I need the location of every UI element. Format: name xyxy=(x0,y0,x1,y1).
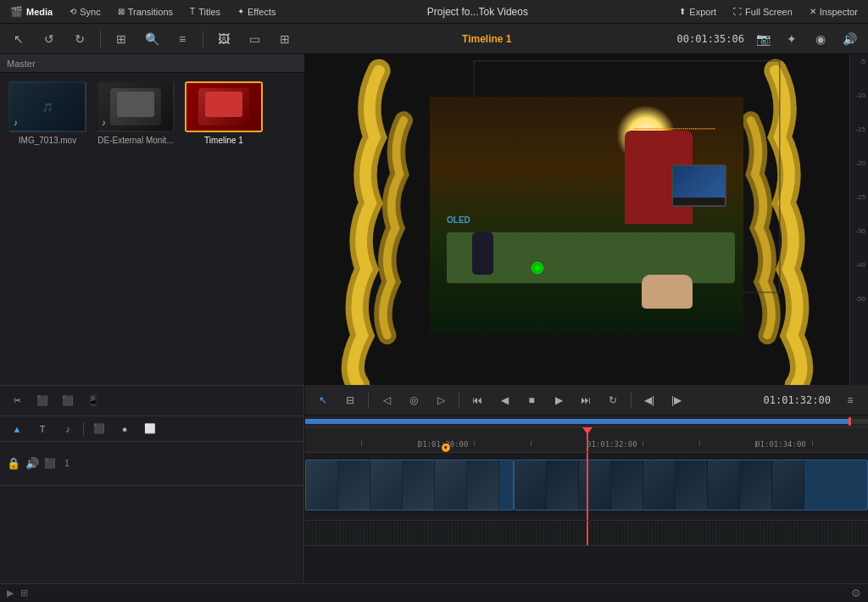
audio-track-header: 🔒 🔊 ⬛ 1 xyxy=(0,442,303,486)
inspector-label: Inspector xyxy=(820,7,858,17)
tl-go-start[interactable]: ⏮ xyxy=(466,389,488,411)
tl-next-marker[interactable]: ▷ xyxy=(430,389,452,411)
tl-prev-edit[interactable]: ◀| xyxy=(638,389,660,411)
toolbar-sparkle-icon[interactable]: ✦ xyxy=(780,27,804,51)
right-panel: ●●●●●●●●●●●●●●●●●●●●●●●●●●●●●●●●●●●●●●●●… xyxy=(305,54,868,602)
current-timecode: 00:01:35:06 xyxy=(677,33,744,45)
media-label-0: IMG_7013.mov xyxy=(19,136,76,145)
menu-effects[interactable]: ✦ Effects xyxy=(234,5,279,19)
ruler-ticks xyxy=(305,427,868,452)
right-ruler: -5 -10 -15 -20 -25 -30 -40 -50 xyxy=(849,54,868,385)
tl-prev-marker[interactable]: ◁ xyxy=(376,389,398,411)
video-clip-2[interactable] xyxy=(514,460,868,510)
frame13 xyxy=(708,460,740,510)
tl-arrow-tool[interactable]: ↖ xyxy=(312,389,334,411)
toolbar-undo[interactable]: ↺ xyxy=(37,27,61,51)
tick4 xyxy=(531,441,531,446)
lb-monitor[interactable]: ⬛ xyxy=(32,391,53,411)
btn-inspector[interactable]: ✕ Inspector xyxy=(806,5,861,19)
menu-sync[interactable]: ⟲ Sync xyxy=(66,5,103,19)
lb-scissors[interactable]: ✂ xyxy=(7,391,27,411)
toolbar-clip[interactable]: ▭ xyxy=(242,27,266,51)
track-num-label: 1 xyxy=(61,459,73,468)
lb-square[interactable]: ⬜ xyxy=(140,419,160,439)
toolbar-multicam[interactable]: ⊞ xyxy=(273,27,297,51)
menu-transitions[interactable]: ⊠ Transitions xyxy=(114,5,176,19)
track-playhead xyxy=(587,453,588,520)
lb-monitor2[interactable]: ⬛ xyxy=(58,391,78,411)
toolbar-sort[interactable]: ≡ xyxy=(170,27,194,51)
btn-fullscreen[interactable]: ⛶ Full Screen xyxy=(730,5,796,19)
tl-sliders-tool[interactable]: ⊟ xyxy=(339,389,361,411)
tl-loop[interactable]: ↻ xyxy=(602,389,624,411)
frame5 xyxy=(435,460,467,510)
tick6 xyxy=(643,441,643,446)
tl-stop[interactable]: ■ xyxy=(520,389,542,411)
scrub-progress xyxy=(305,419,868,424)
monitor-screen xyxy=(673,166,725,198)
scrub-playhead xyxy=(849,417,851,426)
media-item-1[interactable]: ♪ DE-External Monit... xyxy=(97,81,175,145)
tick3 xyxy=(474,441,475,446)
menu-titles[interactable]: T Titles xyxy=(186,5,224,19)
frame10 xyxy=(611,460,643,510)
toolbar-redo[interactable]: ↺ xyxy=(68,27,92,51)
lb-audio-tool[interactable]: ♪ xyxy=(58,419,78,439)
media-item-0[interactable]: 🎵 ♪ IMG_7013.mov xyxy=(8,81,86,145)
ruler-tick-40: -40 xyxy=(850,261,868,295)
ruler-tick-25: -25 xyxy=(850,193,868,227)
tl-prev-frame[interactable]: ◀ xyxy=(493,389,515,411)
scrub-bar[interactable] xyxy=(305,415,868,427)
toolbar-pointer[interactable]: ↖ xyxy=(7,27,31,51)
tl-marker-center[interactable]: ◎ xyxy=(403,389,425,411)
toolbar-grid[interactable]: ⊞ xyxy=(109,27,133,51)
frame3 xyxy=(370,460,403,510)
media-thumb-2 xyxy=(185,81,263,132)
gear-btn[interactable]: ⚙ xyxy=(851,587,861,599)
main-area: Master 🎵 ♪ IMG_7013.mov xyxy=(0,54,868,602)
lb-trim-tool[interactable]: T xyxy=(32,419,53,439)
lb-select-tool[interactable]: ▲ xyxy=(7,419,27,439)
media-music-icon-0: ♪ xyxy=(14,118,18,127)
menu-sync-label: Sync xyxy=(80,7,100,17)
ruler-tick-15: -15 xyxy=(850,125,868,159)
menu-media[interactable]: 🎬 Media xyxy=(7,4,56,20)
tl-play[interactable]: ▶ xyxy=(548,389,570,411)
left-bottom-panel: ✂ ⬛ ⬛ 📱 ▲ T ♪ ⬛ ● ⬜ 🔒 xyxy=(0,385,304,602)
toolbar-sep1 xyxy=(100,31,101,47)
timeline-ruler: 01:01:30:00 ▼ 01:01:32:00 01:01:34:00 xyxy=(305,427,868,453)
media-header-label: Master xyxy=(7,59,36,69)
top-menu-bar: 🎬 Media ⟲ Sync ⊠ Transitions T Titles ✦ … xyxy=(0,0,868,24)
toolbar-camera-icon[interactable]: 📷 xyxy=(751,27,775,51)
media-item-2[interactable]: Timeline 1 xyxy=(185,81,263,145)
toolbar-color-icon[interactable]: ◉ xyxy=(809,27,832,51)
track-mute-btn[interactable]: ⬛ xyxy=(44,458,56,469)
top-bar-right: ⬆ Export ⛶ Full Screen ✕ Inspector xyxy=(676,5,861,19)
frame15 xyxy=(772,460,804,510)
toolbar-right-icons: 📷 ✦ ◉ 🔊 xyxy=(751,27,861,51)
toolbar-img[interactable]: 🖼 xyxy=(212,27,236,51)
preview-area: ●●●●●●●●●●●●●●●●●●●●●●●●●●●●●●●●●●●●●●●●… xyxy=(305,54,868,385)
tl-next-edit[interactable]: |▶ xyxy=(665,389,687,411)
frame12 xyxy=(676,460,708,510)
video-clip-1[interactable] xyxy=(305,460,514,510)
frame8 xyxy=(547,460,579,510)
media-browser: Master 🎵 ♪ IMG_7013.mov xyxy=(0,54,304,385)
lb-phone[interactable]: 📱 xyxy=(83,391,103,411)
btn-export[interactable]: ⬆ Export xyxy=(676,5,720,19)
lb-flag[interactable]: ⬛ xyxy=(89,419,109,439)
toolbar-search[interactable]: 🔍 xyxy=(140,27,164,51)
lb-circle[interactable]: ● xyxy=(114,419,135,439)
status-bar: ▶ ⊞ ⚙ xyxy=(0,583,868,602)
hand xyxy=(642,275,693,309)
track-lock-icon: 🔒 xyxy=(7,457,20,470)
export-label: Export xyxy=(689,7,716,17)
tl-next-frame[interactable]: ⏭ xyxy=(575,389,597,411)
toolbar-audio-icon[interactable]: 🔊 xyxy=(837,27,861,51)
tick2 xyxy=(418,441,419,448)
tick8 xyxy=(755,441,756,448)
video-track-area xyxy=(305,453,868,521)
frame1 xyxy=(306,460,338,510)
tl-more-menu[interactable]: ≡ xyxy=(839,389,861,411)
tl-sep2 xyxy=(459,393,459,408)
